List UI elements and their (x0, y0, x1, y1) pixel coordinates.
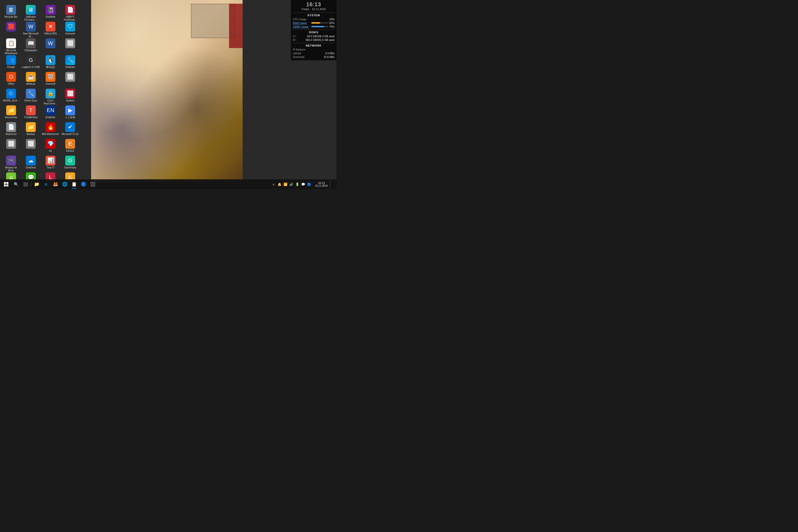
icon-img-8: 📋 (6, 38, 16, 48)
taskbar-app-active[interactable]: 📋 (70, 180, 79, 189)
desktop-icon-26[interactable]: EN EndNote (41, 104, 60, 121)
icon-img-38: 📊 (45, 156, 55, 166)
desktop-icon-0[interactable]: 🗑 Recycle Bin (1, 4, 21, 20)
icon-label-15: Software (65, 66, 75, 69)
desktop-icon-21[interactable]: 🔧 Driver Easy (21, 88, 41, 104)
desktop-icon-9[interactable]: 📖 CDisplayEx (21, 37, 41, 54)
taskbar-vscode[interactable]: 🔵 (79, 180, 88, 189)
taskbar-chrome[interactable]: 🌐 (60, 180, 69, 189)
taskbar-edge[interactable]: e (42, 180, 51, 189)
tray-icon-6[interactable]: 🔵 (306, 180, 312, 189)
icon-img-12: 👥 (6, 55, 16, 65)
desktop-icon-39[interactable]: G Grammarly (60, 154, 80, 171)
taskbar-clock[interactable]: 16:13 01.11.2019 (313, 180, 329, 189)
icon-label-13: Logitech G HUB (22, 66, 40, 69)
desktop-icon-17[interactable]: ☕ dfield.jar (21, 71, 41, 88)
task-view-button[interactable]: ⬛ (21, 180, 30, 189)
disk-c-label: C:\ (293, 35, 296, 38)
desktop-icon-7[interactable]: 🛡 Immunet (60, 20, 80, 37)
taskbar: 🔍 ⬛ 📁 e 🦊 🌐 📋 🔵 ⬛ ∧ 🔔 📶 🔊 🔋 💬 🔵 16:13 01… (0, 179, 337, 189)
desktop-icon-25[interactable]: T ThrottleStop (21, 104, 41, 121)
desktop-icon-30[interactable]: 🔥 MSI Afterburner (41, 121, 60, 138)
show-desktop-button[interactable] (330, 180, 336, 189)
desktop-icon-32[interactable]: ⬜ (1, 138, 21, 154)
desktop-icon-31[interactable]: ✔ Microsoft To Do (60, 121, 80, 138)
desktop-icon-38[interactable]: 📊 Tina-TI (41, 154, 60, 171)
tray-icon-1[interactable]: 🔔 (277, 180, 282, 189)
tray-icon-4[interactable]: 🔋 (294, 180, 300, 189)
desktop-icon-33[interactable]: ⬜ (21, 138, 41, 154)
icon-img-21: 🔧 (26, 89, 36, 98)
desktop-icon-34[interactable]: 💎 irb (41, 138, 60, 154)
tray-icon-3[interactable]: 🔊 (289, 180, 294, 189)
search-button[interactable]: 🔍 (12, 180, 21, 189)
icon-img-23: ⬜ (65, 89, 75, 98)
ram-value: 52% (329, 21, 335, 24)
taskbar-tray: ∧ 🔔 📶 🔊 🔋 💬 🔵 (270, 180, 313, 189)
desktop-icon-28[interactable]: 📄 Report.txt (1, 121, 21, 138)
desktop-icon-29[interactable]: 📁 Backup (21, 121, 41, 138)
icon-label-18: Overwolf (45, 82, 55, 86)
desktop-icon-19[interactable]: ⬜ (60, 71, 80, 88)
network-section-title: NETWORK (293, 43, 335, 47)
tray-icon-5[interactable]: 💬 (301, 180, 306, 189)
taskbar-time: 16:13 (318, 182, 325, 185)
icon-img-20: 🔷 (6, 89, 16, 98)
desktop-icon-12[interactable]: 👥 People (1, 54, 21, 71)
icon-img-30: 🔥 (45, 122, 55, 132)
desktop-icon-5[interactable]: W New Microsoft W... (21, 20, 41, 37)
ram-progress-fill (311, 22, 320, 24)
desktop-icon-16[interactable]: O Office (1, 71, 21, 88)
icon-img-26: EN (45, 106, 55, 115)
disk-d-value: 566.4 GB/931.5 GB used (306, 38, 335, 41)
desktop-icon-23[interactable]: ⬜ Surface (60, 88, 80, 104)
icon-img-35: E (65, 139, 75, 149)
clock-time: 16:13 (293, 1, 335, 8)
desktop-icon-3[interactable]: 📄 ABBYY FineRead... (60, 4, 80, 20)
icon-img-10: W (45, 38, 55, 48)
desktop-icon-35[interactable]: E EAGLE (60, 138, 80, 154)
download-value: 15.6 kB/s (324, 55, 335, 58)
desktop-icon-4[interactable]: 🟥 (1, 20, 21, 37)
desktop-icon-6[interactable]: ✕ XMind ZEN (41, 20, 60, 37)
taskbar-file-explorer[interactable]: 📁 (32, 180, 41, 189)
desktop: 🗑 Recycle Bin 🖥 JetBrains PyCharm ... 📓 … (0, 0, 337, 189)
desktop-icon-37[interactable]: ☁ OneDrive (21, 154, 41, 171)
desktop-icon-15[interactable]: 🔧 Software (60, 54, 80, 71)
desktop-icon-24[interactable]: 📁 Documents (1, 104, 21, 121)
swap-label[interactable]: SWAP Usage (293, 25, 309, 28)
taskbar-date: 01.11.2019 (315, 185, 327, 187)
desktop-icon-14[interactable]: 🐧 腾讯QQ (41, 54, 60, 71)
clock-date: Friday 01.11.2019 (293, 8, 335, 11)
tray-expand[interactable]: ∧ (271, 180, 276, 189)
ram-label[interactable]: RAM Usage (293, 21, 307, 24)
icon-label-25: ThrottleStop (24, 116, 37, 119)
icon-label-2: OneNote (45, 16, 55, 18)
icon-label-38: Tina-TI (46, 166, 54, 169)
swap-progress-bar (311, 26, 328, 27)
desktop-icon-1[interactable]: 🖥 JetBrains PyCharm ... (21, 4, 41, 20)
desktop-icon-11[interactable]: ⬜ (60, 37, 80, 54)
disk-c-value: 83.0 GB/236.4 GB used (307, 35, 335, 38)
desktop-icon-2[interactable]: 📓 OneNote (41, 4, 60, 20)
taskbar-firefox[interactable]: 🦊 (51, 180, 60, 189)
desktop-icon-22[interactable]: 🔒 Cisco AnyConne... (41, 88, 60, 104)
download-row: Download 15.6 kB/s (293, 55, 335, 58)
desktop-icon-8[interactable]: 📋 Microsoft Whiteboard (1, 37, 21, 54)
disk-d-label: D:\ (293, 38, 296, 41)
desktop-icon-27[interactable]: ▶ 人人影视 (60, 104, 80, 121)
desktop-icon-36[interactable]: 🎮 Mixplay for Mixer (1, 154, 21, 171)
swap-row: SWAP Usage 75% (293, 25, 335, 28)
icon-label-31: Microsoft To Do (61, 133, 79, 136)
taskbar-terminal[interactable]: ⬛ (89, 180, 97, 189)
desktop-icon-13[interactable]: G Logitech G HUB (21, 54, 41, 71)
icon-label-9: CDisplayEx (24, 49, 37, 52)
desktop-icon-20[interactable]: 🔷 WORK_ACA... (1, 88, 21, 104)
icon-label-29: Backup (26, 133, 35, 136)
desktop-icon-18[interactable]: 🐺 Overwolf (41, 71, 60, 88)
desktop-icon-10[interactable]: W (41, 37, 60, 54)
icon-label-17: dfield.jar (26, 82, 36, 86)
icon-img-4: 🟥 (6, 22, 16, 32)
start-button[interactable] (1, 180, 11, 189)
tray-icon-2[interactable]: 📶 (283, 180, 288, 189)
